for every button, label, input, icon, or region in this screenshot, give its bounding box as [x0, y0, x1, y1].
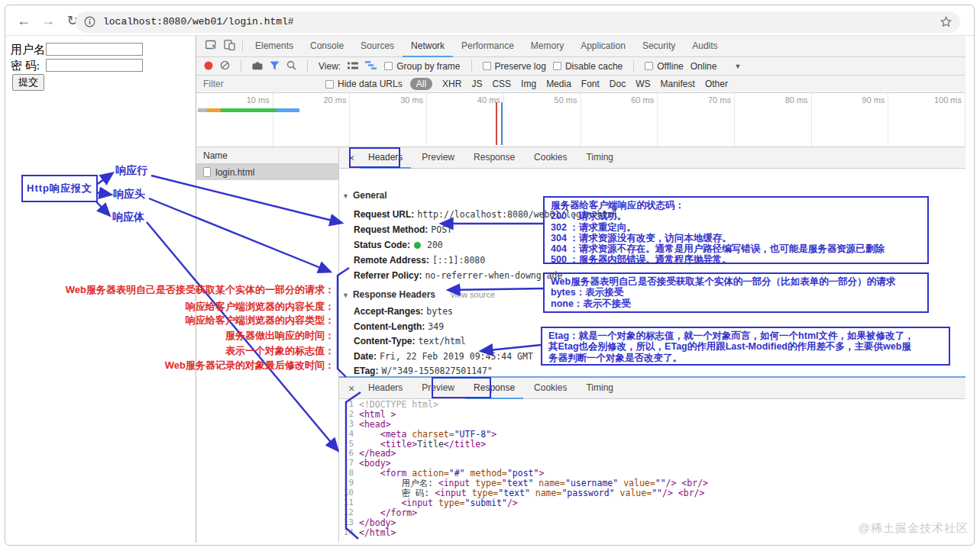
line-number: 4 — [339, 430, 359, 440]
header-value: POST — [431, 224, 452, 235]
response-tab-cookies[interactable]: Cookies — [526, 378, 575, 399]
header-name: Referrer Policy: — [354, 270, 422, 281]
waterfall-segment — [277, 108, 299, 112]
checkbox-box[interactable] — [384, 62, 393, 70]
filter-funnel-icon[interactable] — [270, 60, 280, 73]
header-name: Content-Type: — [354, 336, 415, 346]
header-value: [::1]:8080 — [432, 255, 485, 266]
details-tab-cookies[interactable]: Cookies — [526, 147, 575, 169]
tab-network[interactable]: Network — [403, 36, 453, 57]
details-tab-headers[interactable]: Headers — [360, 147, 411, 169]
offline-checkbox[interactable]: Offline — [645, 61, 683, 72]
tab-audits[interactable]: Audits — [684, 36, 726, 57]
checkbox-box[interactable] — [645, 62, 653, 70]
hide-data-urls-checkbox[interactable]: Hide data URLs — [325, 79, 403, 89]
back-button[interactable]: ← — [15, 11, 33, 30]
filter-type-manifest[interactable]: Manifest — [661, 79, 695, 89]
filter-type-css[interactable]: CSS — [492, 79, 511, 89]
details-tab-response[interactable]: Response — [465, 147, 523, 169]
requests-name-column-header[interactable]: Name — [196, 147, 338, 164]
response-headers-section-title[interactable]: ▼Response Headersview source — [342, 289, 495, 300]
search-icon[interactable] — [286, 60, 296, 73]
view-list-icon[interactable] — [348, 60, 358, 73]
filter-type-media[interactable]: Media — [546, 79, 571, 89]
request-name: login.html — [215, 167, 254, 178]
preserve-log-checkbox[interactable]: Preserve log — [483, 61, 546, 72]
filter-type-js[interactable]: JS — [471, 79, 482, 89]
devtools-tabs: ElementsConsoleSourcesNetworkPerformance… — [247, 36, 726, 57]
tab-sources[interactable]: Sources — [352, 36, 403, 57]
network-overview-timeline[interactable]: 10 ms20 ms30 ms40 ms50 ms60 ms70 ms80 ms… — [196, 93, 965, 147]
red-annotation-label: Web服务器记录的对象最后修改时间： — [0, 359, 335, 372]
tab-elements[interactable]: Elements — [247, 36, 302, 57]
response-tab-response[interactable]: Response — [465, 378, 523, 399]
username-input[interactable] — [46, 43, 143, 56]
response-tab-timing[interactable]: Timing — [577, 378, 622, 399]
hide-data-urls-label: Hide data URLs — [338, 79, 403, 89]
response-header-row: ETag:W/"349-1550827501147" — [354, 366, 493, 376]
code-line: 10 密 码: <input type="text" name="passwor… — [339, 488, 965, 498]
throttling-select[interactable]: Online — [691, 61, 717, 72]
filter-type-font[interactable]: Font — [581, 79, 600, 89]
close-icon[interactable]: × — [345, 382, 357, 395]
filter-type-all[interactable]: All — [410, 78, 432, 90]
http-response-message-box: Http响应报文 — [21, 175, 98, 202]
red-annotation-label: Web服务器表明自己是否接受获取某个实体的一部分的请求： — [0, 283, 335, 297]
inspect-icon[interactable] — [205, 39, 218, 53]
code-line: 5 <title>Title</title> — [339, 440, 965, 450]
checkbox-box[interactable] — [325, 80, 334, 89]
filter-type-xhr[interactable]: XHR — [442, 79, 461, 89]
details-tab-preview[interactable]: Preview — [413, 147, 463, 169]
checkbox-box[interactable] — [553, 62, 561, 70]
view-source-link[interactable]: view source — [451, 290, 495, 299]
filter-type-img[interactable]: Img — [521, 79, 536, 89]
view-waterfall-icon[interactable] — [365, 60, 377, 73]
response-header-label: 响应头 — [113, 188, 145, 201]
device-toolbar-icon[interactable] — [224, 40, 235, 53]
group-by-frame-label: Group by frame — [396, 61, 460, 72]
filter-type-other[interactable]: Other — [705, 79, 728, 89]
url-bar[interactable]: localhost:8080/web01/login.html# — [76, 11, 960, 33]
general-section-title[interactable]: ▼General — [342, 190, 387, 201]
tick-label: 20 ms — [323, 95, 346, 105]
group-by-frame-checkbox[interactable]: Group by frame — [384, 61, 460, 72]
close-icon[interactable]: × — [345, 152, 357, 164]
filter-type-ws[interactable]: WS — [636, 79, 650, 89]
line-number: 14 — [339, 528, 359, 538]
triangle-expanded-icon: ▼ — [342, 292, 349, 299]
filter-input[interactable] — [203, 79, 318, 89]
line-number: 3 — [339, 420, 359, 430]
triangle-expanded-icon: ▼ — [342, 192, 349, 200]
response-header-row: Content-Length:349 — [354, 321, 444, 332]
chevron-down-icon[interactable]: ▼ — [734, 63, 741, 70]
status-codes-annotation-box: 服务器给客户端响应的状态码：200 ：请求成功。302 ：请求重定向。304 ：… — [543, 196, 929, 264]
network-filter-bar: Hide data URLs AllXHRJSCSSImgMediaFontDo… — [196, 76, 965, 93]
response-tab-headers[interactable]: Headers — [360, 378, 411, 399]
details-tab-timing[interactable]: Timing — [577, 147, 622, 169]
tick-label: 70 ms — [708, 95, 731, 105]
page-info-icon[interactable] — [84, 16, 95, 31]
response-tab-preview[interactable]: Preview — [413, 378, 463, 399]
tick-label: 50 ms — [555, 95, 577, 105]
request-row-login-html[interactable]: login.html — [196, 164, 338, 180]
filter-type-doc[interactable]: Doc — [610, 79, 626, 89]
record-button[interactable] — [204, 60, 213, 73]
tab-security[interactable]: Security — [634, 36, 684, 57]
code-line: 2<html > — [339, 410, 965, 420]
checkbox-box[interactable] — [483, 62, 491, 70]
tab-memory[interactable]: Memory — [522, 36, 572, 57]
header-value: text/html — [418, 336, 465, 346]
bookmark-star-icon[interactable] — [940, 15, 953, 31]
tab-console[interactable]: Console — [302, 36, 352, 57]
disable-cache-checkbox[interactable]: Disable cache — [553, 61, 623, 72]
submit-button[interactable]: 提交 — [12, 74, 44, 91]
forward-button[interactable]: → — [39, 11, 57, 30]
annotation-line: 服务器给客户端响应的状态码： — [551, 200, 921, 211]
password-input[interactable] — [46, 59, 143, 72]
screenshot-camera-icon[interactable] — [252, 60, 263, 73]
annotation-line: none：表示不接受 — [551, 298, 921, 309]
tab-application[interactable]: Application — [572, 36, 634, 57]
clear-button[interactable] — [220, 60, 230, 73]
tab-performance[interactable]: Performance — [453, 36, 522, 57]
header-name: ETag: — [354, 366, 378, 376]
